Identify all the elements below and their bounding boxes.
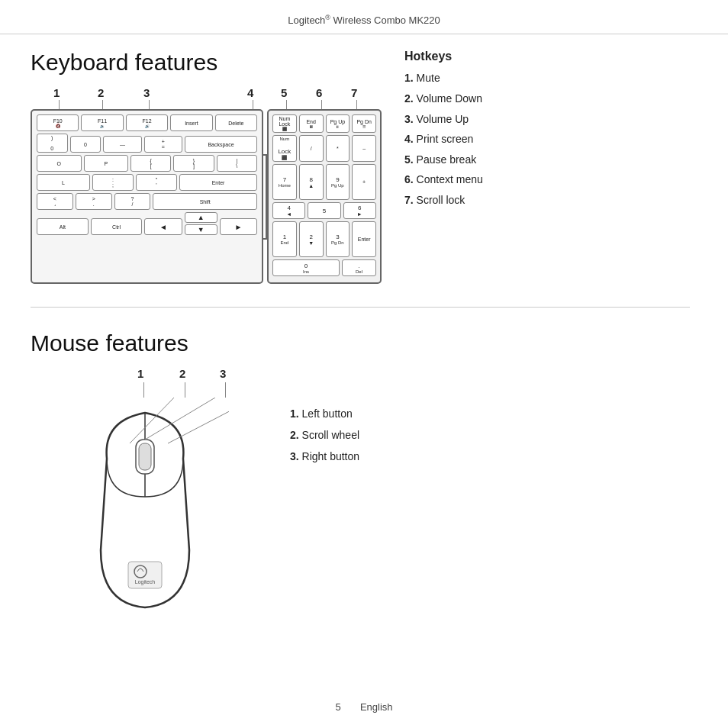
kb-label-7: 7 [351, 86, 357, 99]
key-f12[interactable]: F12🔊 [126, 114, 168, 131]
product-name: Logitech® Wireless Combo MK220 [288, 14, 440, 26]
key-arrow-left[interactable]: ◄ [144, 218, 182, 235]
key-bracket-open[interactable]: {[ [130, 155, 171, 172]
key-o[interactable]: O [37, 155, 82, 172]
mouse-label-2: 2 [179, 367, 185, 380]
mouse-label-3: 3 [220, 367, 226, 380]
key-p[interactable]: P [84, 155, 129, 172]
hotkey-3: 3. Volume Up [404, 112, 690, 127]
key-backspace[interactable]: Backspace [185, 136, 257, 153]
key-slash[interactable]: ?/ [114, 193, 151, 210]
kb-label-3: 3 [143, 86, 150, 99]
hotkeys-list: 1. Mute 2. Volume Down 3. Volume Up 4. P… [404, 71, 690, 208]
key-pgup[interactable]: Pg Up⏸ [326, 114, 350, 133]
key-paren[interactable]: )0 [37, 134, 68, 153]
page-footer: 5 English [0, 701, 728, 713]
bracket-indicator [263, 154, 267, 240]
svg-text:Logitech: Logitech [135, 579, 156, 585]
key-num-end[interactable]: End🖥 [299, 114, 324, 133]
mouse-section: Mouse features 1 2 3 [31, 330, 690, 619]
hotkey-5: 5. Pause break [404, 153, 690, 168]
key-num9[interactable]: 9Pg Up [326, 164, 350, 200]
kb-label-5: 5 [281, 86, 287, 99]
key-alt[interactable]: Alt [37, 218, 89, 235]
mouse-feature-2: 2. Scroll wheel [290, 428, 359, 443]
svg-rect-2 [139, 443, 151, 470]
key-num-slash[interactable]: / [299, 135, 324, 162]
mouse-feature-1: 1. Left button [290, 407, 359, 422]
key-num0[interactable]: 0Ins [272, 259, 340, 276]
mouse-title: Mouse features [31, 330, 259, 356]
key-num-plus[interactable]: + [352, 164, 376, 200]
key-num8[interactable]: 8▲ [299, 164, 324, 200]
key-shift[interactable]: Shift [153, 193, 257, 210]
key-pgdn[interactable]: Pg Dn☰ [352, 114, 376, 133]
key-lt[interactable]: <، [37, 193, 73, 210]
key-num3[interactable]: 3Pg Dn [326, 221, 350, 257]
key-num-dot[interactable]: .Del [342, 259, 376, 276]
mouse-image: Logitech [31, 398, 259, 619]
key-f11[interactable]: F11🔉 [81, 114, 123, 131]
key-semicolon[interactable]: :; [92, 174, 134, 191]
key-num-home[interactable]: NumLock⬛ [272, 114, 297, 133]
hotkey-2: 2. Volume Down [404, 92, 690, 107]
keyboard-title: Keyboard features [31, 50, 382, 76]
key-delete[interactable]: Delete [215, 114, 257, 131]
kb-label-4: 4 [247, 86, 253, 99]
key-num-minus[interactable]: – [352, 135, 376, 162]
key-arrow-up[interactable]: ▲ [185, 212, 217, 223]
numpad: NumLock⬛ End🖥 Pg Up⏸ Pg Dn☰ NumLock⬛ / *… [267, 109, 382, 284]
page-number: 5 [335, 701, 340, 713]
page-content: Keyboard features 1 2 3 4 5 6 7 [0, 34, 728, 634]
hotkey-4: 4. Print screen [404, 132, 690, 147]
key-ctrl[interactable]: Ctrl [91, 218, 143, 235]
key-num1[interactable]: 1End [272, 221, 297, 257]
hotkey-1: 1. Mute [404, 71, 690, 86]
key-numpad-enter[interactable]: Enter [352, 221, 376, 257]
mouse-label-1: 1 [137, 367, 143, 380]
key-bracket-close[interactable]: }] [173, 155, 214, 172]
page-header: Logitech® Wireless Combo MK220 [0, 0, 728, 34]
mouse-svg: Logitech [61, 398, 229, 619]
key-enter[interactable]: Enter [179, 174, 257, 191]
key-equals[interactable]: += [144, 136, 182, 153]
key-l[interactable]: L [37, 174, 90, 191]
keyboard-diagram: Keyboard features 1 2 3 4 5 6 7 [31, 50, 382, 284]
key-num2[interactable]: 2▼ [299, 221, 324, 257]
language-label: English [360, 701, 393, 713]
key-insert[interactable]: Insert [170, 114, 212, 131]
key-num-lock[interactable]: NumLock⬛ [272, 135, 297, 162]
key-backslash[interactable]: |\ [217, 155, 257, 172]
key-minus[interactable]: — [103, 136, 141, 153]
key-num7[interactable]: 7Home [272, 164, 297, 200]
hotkeys-panel: Hotkeys 1. Mute 2. Volume Down 3. Volume… [404, 50, 690, 213]
kb-label-6: 6 [316, 86, 322, 99]
key-f10[interactable]: F10🔇 [37, 114, 79, 131]
key-quote[interactable]: "' [136, 174, 177, 191]
key-num5[interactable]: 5 [308, 202, 340, 219]
kb-label-2: 2 [98, 86, 104, 99]
mouse-features-list: 1. Left button 2. Scroll wheel 3. Right … [290, 407, 359, 464]
key-arrow-down[interactable]: ▼ [185, 224, 217, 235]
key-num6[interactable]: 6► [343, 202, 376, 219]
key-arrow-right[interactable]: ► [220, 218, 257, 235]
hotkey-7: 7. Scroll lock [404, 193, 690, 208]
key-zero[interactable]: 0 [70, 136, 101, 153]
mouse-feature-3: 3. Right button [290, 449, 359, 465]
mouse-features-panel: 1. Left button 2. Scroll wheel 3. Right … [290, 330, 359, 470]
key-num4[interactable]: 4◄ [272, 202, 305, 219]
hotkeys-title: Hotkeys [404, 50, 690, 63]
kb-label-1: 1 [53, 86, 60, 99]
key-gt[interactable]: >. [76, 193, 112, 210]
keyboard-section: Keyboard features 1 2 3 4 5 6 7 [31, 50, 690, 308]
hotkey-6: 6. Context menu [404, 172, 690, 188]
key-num-mult[interactable]: * [326, 135, 350, 162]
mouse-diagram: Mouse features 1 2 3 [31, 330, 259, 619]
